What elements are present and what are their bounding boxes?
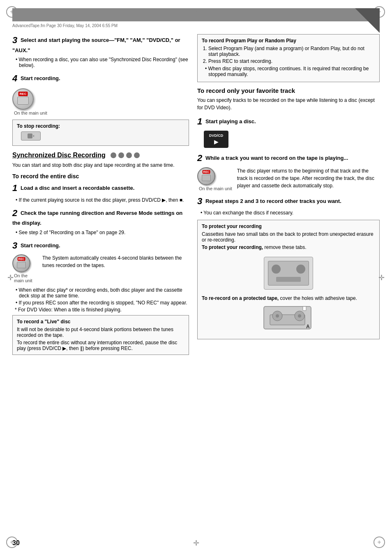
- entire-step1-heading: 1 Load a disc and insert a recordable ca…: [12, 182, 189, 195]
- cross-left: ✛: [7, 273, 14, 282]
- right-step2-number: 2: [197, 153, 202, 163]
- cassette-reel-left-1: [272, 265, 281, 274]
- entire-step3-icon-wrap: REC On the main unit The System automati…: [12, 254, 189, 283]
- cassette-reel-right-1: [296, 265, 305, 274]
- step3-bullet: When recording a disc, you can also use …: [12, 57, 189, 68]
- program-play-box: To record Program Play or Random Play Se…: [197, 34, 380, 82]
- cassette-tape-window: [276, 277, 301, 282]
- right-step3-heading: 3 Repeat steps 2 and 3 to record other t…: [197, 195, 380, 208]
- cassette-diagram-2-wrap: A: [202, 304, 375, 333]
- step3-number: 3: [12, 35, 17, 45]
- entire-step3-row: 3 Start recording. REC On the main unit …: [12, 240, 189, 283]
- protect-text3-bold: To re-record on a protected tape,: [202, 295, 279, 301]
- right-step1-number: 1: [197, 116, 202, 127]
- entire-step3-text: Start recording.: [21, 242, 60, 248]
- live-disc-text1: It will not be desirable to put 4-second…: [17, 327, 184, 338]
- entire-step2-heading: 2 Check the tape running direction and R…: [12, 207, 189, 227]
- cassette-diagram-1-wrap: [202, 253, 375, 293]
- program-play-step2: Press REC to start recording.: [208, 58, 375, 64]
- section-dots: [111, 152, 140, 158]
- rec-icon-body: [17, 97, 29, 105]
- fav-track-intro: You can specify tracks to be recorded on…: [197, 97, 380, 111]
- protect-text1: Cassettes have two small tabs on the bac…: [202, 231, 375, 243]
- entire-step3-rec-icon: REC: [12, 254, 30, 272]
- entire-step1-number: 1: [12, 183, 17, 193]
- entire-step1-text: Load a disc and insert a recordable cass…: [21, 185, 134, 191]
- after-bullet-2: If you press REC soon after the recordin…: [12, 300, 189, 306]
- sync-heading-text: Synchronized Disc Recording: [12, 152, 106, 159]
- right-step2-on-main-unit: On the main unit: [199, 186, 232, 191]
- svg-point-7: [298, 314, 301, 318]
- main-content: 3 Select and start playing the source—"F…: [12, 34, 380, 360]
- rec-badge-2: REC: [203, 170, 210, 174]
- dot4: [134, 152, 140, 158]
- dvdcd-button-wrap: DVD/CD ▶: [204, 131, 380, 148]
- step3-heading: 3 Select and start playing the source—"F…: [12, 34, 189, 54]
- live-disc-text2: To record the entire disc without any in…: [17, 340, 184, 351]
- protect-text2-rest: remove these tabs.: [263, 244, 306, 250]
- dot1: [111, 152, 116, 158]
- entire-step3-number: 3: [12, 240, 17, 251]
- program-play-step1: Select Program Play (and make a program)…: [208, 46, 375, 57]
- file-info: AdvancedTape.fm Page 30 Friday, May 14, …: [12, 23, 380, 28]
- cassette-diagram-1: [264, 257, 313, 290]
- rec-button-wrap: REC On the main unit: [12, 88, 189, 115]
- svg-rect-9: [303, 306, 306, 311]
- step4-text: Start recording.: [21, 75, 60, 81]
- corner-mark-br: [374, 537, 386, 549]
- protect-text3: To re-record on a protected tape, cover …: [202, 295, 375, 301]
- right-step2-row: 2 While a track you want to record on th…: [197, 152, 380, 191]
- protect-text2-bold: To protect your recording,: [202, 244, 263, 250]
- cross-top: ✛: [193, 7, 199, 16]
- step3-text: Select and start playing the source—"FM,…: [12, 37, 180, 53]
- rec-badge: REC: [18, 257, 25, 261]
- protect-text2: To protect your recording, remove these …: [202, 244, 375, 250]
- entire-step3-on-main-unit: On the main unit: [14, 273, 37, 283]
- dvdcd-arrow: ▶: [214, 138, 219, 145]
- cross-right: ✛: [378, 273, 385, 282]
- entire-disc-heading: To record the entire disc: [12, 173, 189, 180]
- right-step2-icon-row: REC On the main unit The disc player ret…: [197, 167, 380, 191]
- protect-box: To protect your recording Cassettes have…: [197, 220, 380, 339]
- rec-btn-body-2: [202, 175, 211, 181]
- after-bullet-1: When either disc play* or recording ends…: [12, 287, 189, 299]
- fav-track-heading: To record only your favorite track: [197, 87, 380, 94]
- cassette-inner-1: [268, 261, 309, 286]
- stop-button-icon: [21, 131, 41, 140]
- after-note: * For DVD Video: When a title is finishe…: [15, 307, 189, 313]
- cassette-svg: A: [262, 304, 315, 333]
- left-column: 3 Select and start playing the source—"F…: [12, 34, 189, 360]
- page-number: 30: [12, 539, 20, 547]
- cassette-diagram-2: A: [262, 304, 315, 333]
- right-step2-desc: The disc player returns to the beginning…: [237, 167, 380, 191]
- entire-step2-row: 2 Check the tape running direction and R…: [12, 207, 189, 235]
- right-step1-row: 1 Start playing a disc. DVD/CD ▶: [197, 115, 380, 148]
- sync-intro: You can start and stop both disc play an…: [12, 161, 189, 169]
- rec-label: REC: [18, 92, 28, 96]
- dot2: [118, 152, 124, 158]
- cross-bottom: ✛: [193, 539, 199, 548]
- header-triangle: [355, 8, 380, 33]
- step4-row: 4 Start recording. REC On the main unit: [12, 72, 189, 115]
- program-play-bullet: When disc play stops, recording continue…: [202, 66, 375, 77]
- live-disc-title: To record a "Live" disc: [17, 319, 184, 325]
- right-step3-bullet: You can exchange the discs if necessary.: [197, 210, 380, 216]
- right-step3-number: 3: [197, 196, 202, 206]
- right-step1-heading: 1 Start playing a disc.: [197, 115, 380, 128]
- live-disc-box: To record a "Live" disc It will not be d…: [12, 315, 189, 355]
- right-step2-heading: 2 While a track you want to record on th…: [197, 152, 380, 165]
- right-step2-rec-icon: REC: [197, 167, 215, 185]
- entire-step2-number: 2: [12, 208, 17, 218]
- svg-marker-1: [33, 135, 34, 137]
- step4-number: 4: [12, 73, 17, 83]
- protect-text3-rest: cover the holes with adhesive tape.: [279, 295, 357, 301]
- program-play-title: To record Program Play or Random Play: [202, 38, 375, 44]
- entire-step1-row: 1 Load a disc and insert a recordable ca…: [12, 182, 189, 203]
- right-step2-rec-icon-wrap: REC On the main unit: [197, 167, 232, 191]
- svg-text:A: A: [306, 324, 310, 329]
- entire-step2-bullet: See step 2 of "Recording on a Tape" on p…: [12, 230, 189, 235]
- page-container: AdvancedTape.fm Page 30 Friday, May 14, …: [0, 0, 392, 555]
- step4-heading: 4 Start recording.: [12, 72, 189, 85]
- step3-row: 3 Select and start playing the source—"F…: [12, 34, 189, 68]
- dvdcd-label: DVD/CD: [209, 134, 224, 138]
